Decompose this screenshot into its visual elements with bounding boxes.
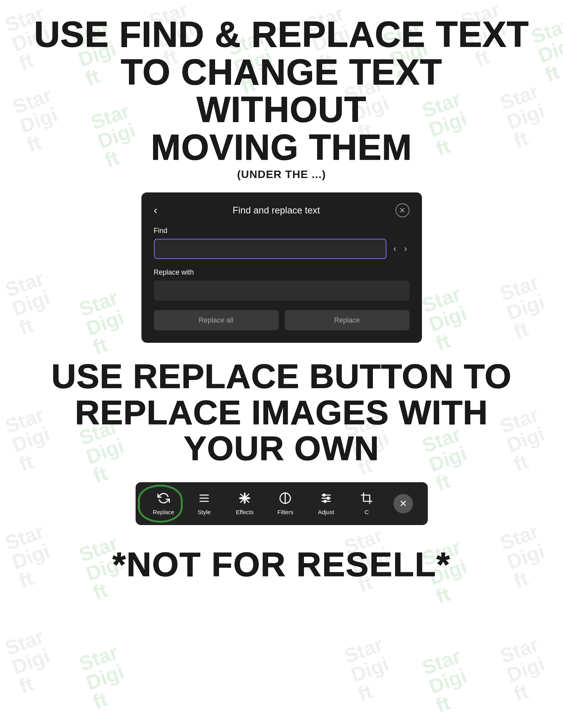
prev-arrow-button[interactable]: ‹ <box>391 242 399 256</box>
replace-button[interactable]: Replace <box>285 310 409 330</box>
style-icon <box>198 492 210 506</box>
find-label: Find <box>154 227 409 235</box>
dialog-close-button[interactable]: ✕ <box>395 203 409 217</box>
toolbar-item-crop[interactable]: C <box>353 492 380 515</box>
replace-icon <box>157 492 170 506</box>
watermark-tile: StarDigift <box>341 634 399 704</box>
toolbar-item-style[interactable]: Style <box>191 492 218 515</box>
watermark-tile: StarDigift <box>419 645 477 716</box>
dialog-buttons: Replace all Replace <box>154 310 409 330</box>
headline-2: USE REPLACE BUTTON TO REPLACE IMAGES WIT… <box>31 358 532 466</box>
footer-text: *NOT FOR RESELL* <box>112 545 450 584</box>
toolbar-item-replace[interactable]: Replace <box>150 492 177 515</box>
toolbar-label-effects: Effects <box>236 509 254 515</box>
find-replace-dialog: ‹ Find and replace text ✕ Find ‹ › Repla… <box>141 192 422 343</box>
subtitle: (UNDER THE ...) <box>237 168 326 181</box>
svg-point-10 <box>323 494 325 496</box>
nav-arrows: ‹ › <box>391 242 409 256</box>
replace-with-input[interactable] <box>154 280 409 301</box>
svg-point-12 <box>324 500 326 502</box>
headline-1: USE FIND & REPLACE TEXT TO CHANGE TEXT W… <box>31 16 532 166</box>
toolbar-label-filters: Filters <box>277 509 293 515</box>
watermark-tile: StarDigift <box>2 626 60 696</box>
find-row: ‹ › <box>154 239 409 259</box>
toolbar-label-crop: C <box>365 509 369 515</box>
toolbar-item-adjust[interactable]: Adjust <box>312 492 340 515</box>
dialog-header: ‹ Find and replace text ✕ <box>154 203 409 217</box>
dialog-title: Find and replace text <box>233 205 320 216</box>
toolbar-item-filters[interactable]: Filters <box>272 492 299 515</box>
svg-point-11 <box>327 497 329 499</box>
find-input[interactable] <box>154 239 387 259</box>
filters-icon <box>279 492 291 506</box>
adjust-icon <box>320 492 332 506</box>
replace-with-label: Replace with <box>154 268 409 277</box>
toolbar-item-effects[interactable]: Effects <box>231 492 258 515</box>
main-content: USE FIND & REPLACE TEXT TO CHANGE TEXT W… <box>0 0 563 612</box>
effects-icon <box>238 492 251 506</box>
toolbar-label-adjust: Adjust <box>318 509 334 515</box>
watermark-tile: StarDigift <box>497 634 555 704</box>
toolbar-close-button[interactable]: ✕ <box>394 494 413 513</box>
toolbar-label-style: Style <box>198 509 210 515</box>
toolbar: Replace Style <box>136 482 428 525</box>
dialog-back-button[interactable]: ‹ <box>154 205 157 216</box>
toolbar-label-replace: Replace <box>153 509 174 515</box>
replace-all-button[interactable]: Replace all <box>154 310 279 330</box>
crop-icon <box>360 492 373 506</box>
next-arrow-button[interactable]: › <box>402 242 409 256</box>
watermark-tile: StarDigift <box>76 642 134 712</box>
